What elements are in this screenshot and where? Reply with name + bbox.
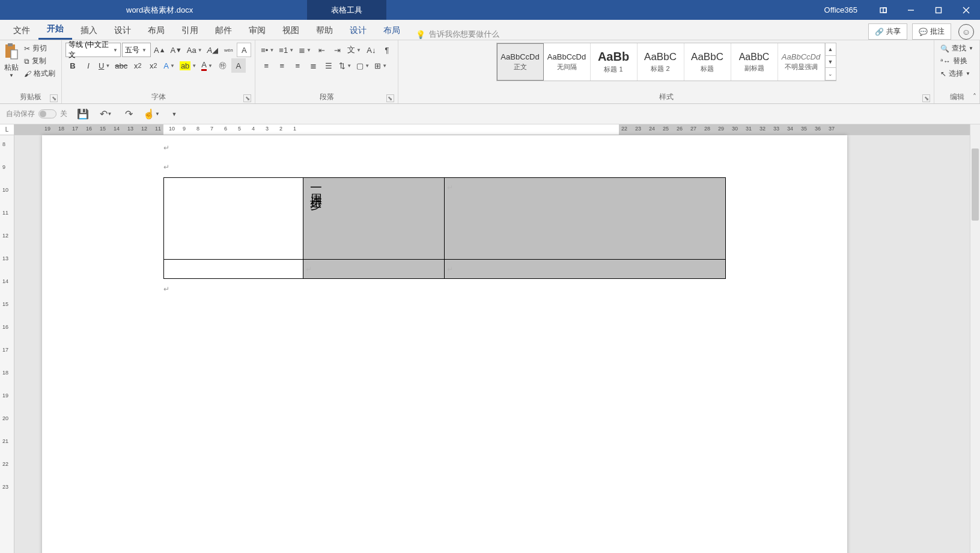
find-button[interactable]: 🔍查找▼ xyxy=(938,43,976,54)
highlight-button[interactable]: ab▼ xyxy=(178,58,198,73)
share-button[interactable]: 🔗共享 xyxy=(868,23,907,40)
cut-button[interactable]: ✂剪切 xyxy=(22,43,58,54)
ribbon-display-options-button[interactable] xyxy=(869,0,897,20)
decrease-indent-button[interactable]: ⇤ xyxy=(314,43,329,57)
align-left-button[interactable]: ≡ xyxy=(259,58,273,73)
tab-mailings[interactable]: 邮件 xyxy=(207,22,240,40)
tab-file[interactable]: 文件 xyxy=(5,22,38,40)
numbering-button[interactable]: ≡1▼ xyxy=(277,43,296,57)
touch-icon: ☝ xyxy=(143,108,155,120)
show-marks-button[interactable]: ¶ xyxy=(380,43,394,57)
character-shading-button[interactable]: A xyxy=(231,58,246,73)
tell-me-search[interactable]: 💡 告诉我你想要做什么 xyxy=(416,29,499,40)
chevron-down-icon: ▼ xyxy=(9,73,14,78)
font-name-combo[interactable]: 等线 (中文正文▼ xyxy=(65,43,121,57)
multilevel-list-button[interactable]: ≣▼ xyxy=(297,43,313,57)
styles-gallery[interactable]: AaBbCcDd正文 AaBbCcDd无间隔 AaBb标题 1 AaBbC标题 … xyxy=(496,43,836,81)
strikethrough-button[interactable]: abc xyxy=(113,58,129,73)
copy-button[interactable]: ⧉复制 xyxy=(22,55,58,67)
change-case-button[interactable]: Aa▼ xyxy=(185,43,204,57)
borders-button[interactable]: ⊞▼ xyxy=(373,58,389,73)
share-label: 共享 xyxy=(886,26,901,37)
tab-help[interactable]: 帮助 xyxy=(308,22,341,40)
text-effects-button[interactable]: A▼ xyxy=(162,58,177,73)
tab-review[interactable]: 审阅 xyxy=(240,22,274,40)
tab-references[interactable]: 引用 xyxy=(173,22,207,40)
group-font: 等线 (中文正文▼ 五号▼ A▲ A▼ Aa▼ A◢ wén A B I U▼ … xyxy=(62,40,255,103)
asian-layout-button[interactable]: 文▼ xyxy=(345,43,363,57)
style-title[interactable]: AaBbC标题 xyxy=(684,43,731,81)
collapse-ribbon-button[interactable]: ˄ xyxy=(973,93,976,101)
save-button[interactable]: 💾 xyxy=(76,107,90,121)
group-styles: AaBbCcDd正文 AaBbCcDd无间隔 AaBb标题 1 AaBbC标题 … xyxy=(398,40,934,103)
font-launcher[interactable]: ⬊ xyxy=(243,94,251,102)
sort-button[interactable]: A↓ xyxy=(364,43,379,57)
style-nospacing[interactable]: AaBbCcDd无间隔 xyxy=(544,43,591,81)
save-icon: 💾 xyxy=(77,108,89,120)
customize-qat-button[interactable]: ▼ xyxy=(167,107,181,121)
phonetic-guide-button[interactable]: wén xyxy=(221,43,236,57)
redo-button[interactable]: ↷ xyxy=(121,107,136,121)
increase-indent-button[interactable]: ⇥ xyxy=(330,43,344,57)
gallery-more-button[interactable]: ⌄ xyxy=(826,68,836,81)
justify-button[interactable]: ≣ xyxy=(306,58,320,73)
grow-font-button[interactable]: A▲ xyxy=(152,43,167,57)
touch-mode-button[interactable]: ☝▼ xyxy=(144,107,159,121)
tab-view[interactable]: 视图 xyxy=(274,22,308,40)
style-subtle-emphasis[interactable]: AaBbCcDd不明显强调 xyxy=(778,43,825,81)
maximize-button[interactable] xyxy=(925,0,952,20)
feedback-button[interactable]: ☺ xyxy=(958,24,974,40)
tab-design[interactable]: 设计 xyxy=(106,22,139,40)
style-heading2[interactable]: AaBbC标题 2 xyxy=(638,43,684,81)
copy-icon: ⧉ xyxy=(24,57,29,66)
chevron-down-icon: ▼ xyxy=(142,47,147,53)
italic-button[interactable]: I xyxy=(81,58,96,73)
contextual-tab-title: 表格工具 xyxy=(307,0,386,20)
clear-formatting-button[interactable]: A◢ xyxy=(205,43,221,57)
shading-button[interactable]: ▢▼ xyxy=(355,58,371,73)
minimize-button[interactable] xyxy=(897,0,925,20)
style-heading1[interactable]: AaBb标题 1 xyxy=(591,43,638,81)
group-font-label: 字体 xyxy=(151,93,166,101)
character-border-button[interactable]: A xyxy=(237,43,251,57)
style-subtitle[interactable]: AaBbC副标题 xyxy=(731,43,778,81)
replace-button[interactable]: ᵃ↔替换 xyxy=(938,55,976,67)
gallery-down-button[interactable]: ▼ xyxy=(826,56,836,69)
distributed-button[interactable]: ☰ xyxy=(321,58,336,73)
subscript-button[interactable]: x2 xyxy=(130,58,145,73)
bullets-button[interactable]: ≡•▼ xyxy=(259,43,276,57)
tab-table-layout[interactable]: 布局 xyxy=(375,22,409,40)
clipboard-launcher[interactable]: ⬊ xyxy=(50,94,58,102)
paragraph-launcher[interactable]: ⬊ xyxy=(386,94,394,102)
autosave-toggle[interactable]: 自动保存 关 xyxy=(6,109,67,119)
group-clipboard-label: 剪贴板 xyxy=(20,93,41,101)
underline-button[interactable]: U▼ xyxy=(97,58,112,73)
tab-layout[interactable]: 布局 xyxy=(139,22,173,40)
paste-label: 粘贴 xyxy=(4,63,19,73)
tab-table-design[interactable]: 设计 xyxy=(341,22,375,40)
align-right-button[interactable]: ≡ xyxy=(290,58,305,73)
enclose-characters-button[interactable]: ㊕ xyxy=(216,58,230,73)
style-normal[interactable]: AaBbCcDd正文 xyxy=(497,43,544,81)
shrink-font-button[interactable]: A▼ xyxy=(168,43,183,57)
undo-button[interactable]: ↶▼ xyxy=(99,107,113,121)
align-center-button[interactable]: ≡ xyxy=(275,58,289,73)
comments-button[interactable]: 💬批注 xyxy=(912,23,951,40)
bold-button[interactable]: B xyxy=(65,58,80,73)
scissors-icon: ✂ xyxy=(24,44,30,53)
line-spacing-button[interactable]: ⇅▼ xyxy=(337,58,353,73)
tab-insert[interactable]: 插入 xyxy=(72,22,106,40)
tab-home[interactable]: 开始 xyxy=(38,20,72,40)
superscript-button[interactable]: x2 xyxy=(146,58,160,73)
paste-button[interactable]: 粘贴 ▼ xyxy=(4,43,19,78)
font-size-combo[interactable]: 五号▼ xyxy=(122,43,151,57)
gallery-up-button[interactable]: ▲ xyxy=(826,43,836,56)
select-button[interactable]: ↖选择▼ xyxy=(938,68,976,79)
font-color-button[interactable]: A▼ xyxy=(199,58,215,73)
close-button[interactable] xyxy=(952,0,980,20)
cursor-icon: ↖ xyxy=(940,70,946,78)
comments-label: 批注 xyxy=(930,26,945,37)
styles-launcher[interactable]: ⬊ xyxy=(922,94,930,102)
format-painter-button[interactable]: 🖌格式刷 xyxy=(22,68,58,79)
svg-rect-1 xyxy=(883,8,886,13)
